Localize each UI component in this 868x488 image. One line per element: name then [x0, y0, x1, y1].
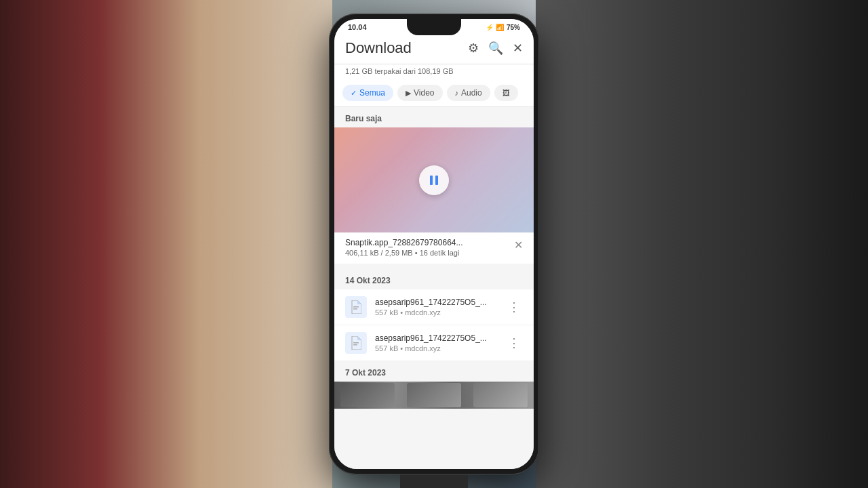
tab-video-label: Video [414, 88, 434, 98]
filter-tabs: ✓ Semua ▶ Video ♪ Audio 🖼 [334, 81, 534, 107]
bottom-image-strip [334, 382, 534, 409]
search-icon[interactable]: 🔍 [488, 41, 503, 56]
thumbnail-2 [407, 383, 461, 407]
video-thumbnail [334, 127, 534, 232]
video-card[interactable]: Snaptik.app_72882679780664... 406,11 kB … [334, 127, 534, 264]
file-item-1[interactable]: asepsarip961_17422275O5_... 557 kB • mdc… [334, 289, 534, 325]
video-progress: 406,11 kB / 2,59 MB • 16 detik lagi [345, 249, 463, 257]
section-recent-label: Baru saja [334, 107, 534, 127]
header-icons: ⚙ 🔍 ✕ [468, 41, 523, 56]
tab-audio-label: Audio [461, 88, 482, 98]
image-icon: 🖼 [502, 89, 510, 97]
header: Download ⚙ 🔍 ✕ [334, 34, 534, 64]
tab-image[interactable]: 🖼 [494, 85, 518, 101]
file-meta-2: 557 kB • mdcdn.xyz [375, 344, 505, 352]
file-meta-1: 557 kB • mdcdn.xyz [375, 308, 505, 317]
phone-screen: 10.04 ⚡ 📶 75% Download ⚙ 🔍 ✕ 1,21 GB ter… [334, 19, 534, 469]
video-close-button[interactable]: ✕ [514, 239, 523, 251]
svg-rect-0 [353, 306, 359, 308]
video-icon: ▶ [406, 89, 411, 98]
file-name-2: asepsarip961_17422275O5_... [375, 333, 505, 343]
bg-left-plant [0, 0, 332, 488]
file-item-2[interactable]: asepsarip961_17422275O5_... 557 kB • mdc… [334, 325, 534, 361]
tab-audio[interactable]: ♪ Audio [447, 85, 490, 101]
phone-notch [407, 19, 461, 35]
status-battery: 75% [507, 24, 520, 31]
pause-bar-right [435, 176, 438, 185]
svg-rect-2 [353, 342, 359, 344]
file-icon-2 [345, 332, 367, 354]
svg-rect-3 [353, 344, 357, 346]
video-name: Snaptik.app_72882679780664... [345, 238, 463, 247]
audio-icon: ♪ [455, 89, 459, 97]
file-name-1: asepsarip961_17422275O5_... [375, 298, 505, 307]
phone-wrapper: 10.04 ⚡ 📶 75% Download ⚙ 🔍 ✕ 1,21 GB ter… [329, 14, 539, 474]
file-icon-1 [345, 296, 367, 318]
status-time: 10.04 [348, 23, 367, 31]
tab-semua[interactable]: ✓ Semua [342, 85, 393, 101]
video-info: Snaptik.app_72882679780664... 406,11 kB … [334, 232, 534, 264]
storage-info: 1,21 GB terpakai dari 108,19 GB [334, 64, 534, 81]
close-icon[interactable]: ✕ [513, 41, 523, 56]
section-oct7-label: 7 Okt 2023 [334, 361, 534, 382]
bg-right-speakers [536, 0, 868, 488]
pause-bar-left [430, 176, 433, 185]
tab-semua-label: Semua [359, 88, 385, 98]
storage-text: 1,21 GB terpakai dari 108,19 GB [345, 67, 454, 75]
file-details-2: asepsarip961_17422275O5_... 557 kB • mdc… [375, 333, 505, 352]
pause-button-circle[interactable] [419, 165, 449, 195]
file-menu-icon-1[interactable]: ⋮ [505, 297, 523, 317]
file-details-1: asepsarip961_17422275O5_... 557 kB • mdc… [375, 298, 505, 317]
phone-stand [400, 474, 468, 488]
pause-icon [428, 174, 440, 186]
video-text: Snaptik.app_72882679780664... 406,11 kB … [345, 238, 463, 257]
status-right: ⚡ 📶 75% [486, 24, 520, 31]
svg-rect-1 [353, 308, 357, 310]
status-icons: ⚡ 📶 [486, 24, 504, 31]
content-area: Baru saja Snaptik.app_728826797 [334, 107, 534, 469]
settings-icon[interactable]: ⚙ [468, 41, 479, 56]
section-oct14-label: 14 Okt 2023 [334, 269, 534, 289]
thumbnail-3 [473, 383, 528, 407]
tab-video[interactable]: ▶ Video [397, 85, 442, 101]
thumbnail-1 [340, 383, 395, 407]
phone-device: 10.04 ⚡ 📶 75% Download ⚙ 🔍 ✕ 1,21 GB ter… [329, 14, 539, 474]
page-title: Download [345, 39, 412, 57]
semua-check-icon: ✓ [351, 89, 357, 98]
file-menu-icon-2[interactable]: ⋮ [505, 333, 523, 353]
